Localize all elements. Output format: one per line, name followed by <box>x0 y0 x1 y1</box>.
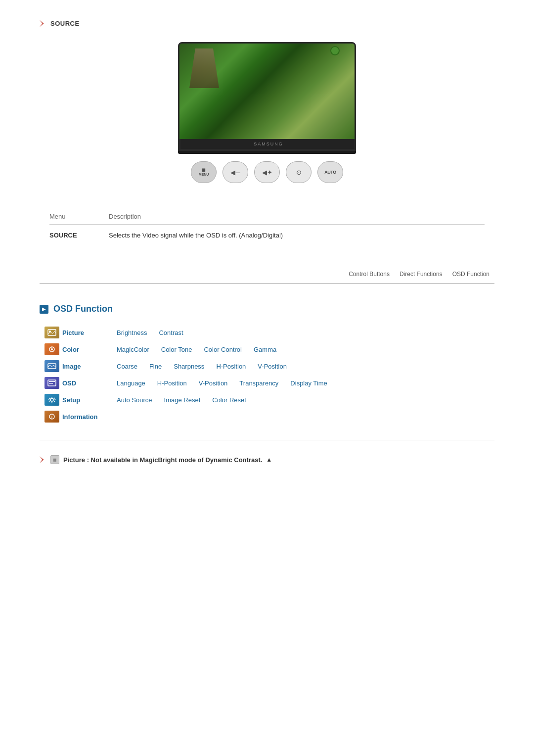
brightness-up-button[interactable]: ◀✦ <box>254 161 280 183</box>
auto-button[interactable]: AUTO <box>317 161 343 183</box>
osd-item-color-tone[interactable]: Color Tone <box>161 346 192 353</box>
osd-row-image: Image Coarse Fine Sharpness H-Position V… <box>44 358 494 375</box>
source-title: SOURCE <box>50 20 80 27</box>
setup-icon <box>44 394 59 406</box>
osd-item-contrast[interactable]: Contrast <box>159 329 183 336</box>
monitor-container: SAMSUNG ▦ MENU ◀─ ◀✦ ⊙ AUTO <box>40 42 494 183</box>
table-header: Menu Description <box>49 213 485 225</box>
tab-osd-function[interactable]: OSD Function <box>452 271 490 280</box>
svg-point-11 <box>50 398 53 401</box>
note-triangle-icon: ▲ <box>266 456 272 463</box>
osd-item-color-control[interactable]: Color Control <box>204 346 242 353</box>
source-table: Menu Description SOURCE Selects the Vide… <box>40 213 494 241</box>
note-img-icon: ▦ <box>50 455 59 464</box>
input-icon: ⊙ <box>296 169 302 176</box>
osd-function-section: OSD Function Picture Brightness Contrast <box>40 304 494 425</box>
tab-direct-functions[interactable]: Direct Functions <box>400 271 443 280</box>
svg-point-5 <box>53 350 54 351</box>
osd-item-language[interactable]: Language <box>117 379 145 387</box>
svg-rect-9 <box>49 381 55 382</box>
control-buttons-row: ▦ MENU ◀─ ◀✦ ⊙ AUTO <box>191 161 343 183</box>
monitor-screen <box>179 44 355 139</box>
osd-category-picture[interactable]: Picture <box>62 329 117 336</box>
brightness-up-icon: ◀✦ <box>262 169 272 176</box>
osd-items-picture: Brightness Contrast <box>117 329 494 336</box>
osd-item-v-position-osd[interactable]: V-Position <box>199 379 228 387</box>
osd-item-brightness[interactable]: Brightness <box>117 329 147 336</box>
osd-item-v-position-image[interactable]: V-Position <box>258 363 287 370</box>
svg-point-3 <box>51 348 53 350</box>
osd-items-setup: Auto Source Image Reset Color Reset <box>117 396 494 404</box>
osd-items-color: MagicColor Color Tone Color Control Gamm… <box>117 346 494 353</box>
picture-icon <box>44 327 59 338</box>
info-icon: i <box>44 411 59 423</box>
nav-tabs: Control Buttons Direct Functions OSD Fun… <box>40 271 494 284</box>
osd-category-information[interactable]: Information <box>62 413 117 421</box>
osd-items-osd: Language H-Position V-Position Transpare… <box>117 379 494 387</box>
image-icon <box>44 360 59 372</box>
brightness-down-icon: ◀─ <box>230 169 240 176</box>
source-header: SOURCE <box>40 20 494 27</box>
osd-row-color: Color MagicColor Color Tone Color Contro… <box>44 341 494 358</box>
source-arrow-icon <box>40 20 46 27</box>
color-icon <box>44 343 59 355</box>
samsung-brand: SAMSUNG <box>254 142 283 146</box>
svg-text:i: i <box>51 416 52 419</box>
osd-category-color[interactable]: Color <box>62 346 117 353</box>
osd-table: Picture Brightness Contrast Color MagicC… <box>44 324 494 425</box>
osd-item-image-reset[interactable]: Image Reset <box>164 396 201 404</box>
brightness-down-button[interactable]: ◀─ <box>222 161 248 183</box>
menu-icon-top: ▦ <box>202 168 206 173</box>
svg-point-4 <box>51 347 52 348</box>
col-header-menu: Menu <box>49 213 109 220</box>
menu-button[interactable]: ▦ MENU <box>191 161 217 183</box>
osd-item-transparency[interactable]: Transparency <box>239 379 278 387</box>
osd-category-osd[interactable]: OSD <box>62 379 117 387</box>
osd-row-picture: Picture Brightness Contrast <box>44 324 494 341</box>
osd-item-h-position-image[interactable]: H-Position <box>216 363 246 370</box>
osd-item-fine[interactable]: Fine <box>149 363 162 370</box>
table-row: SOURCE Selects the Video signal while th… <box>49 230 485 241</box>
monitor-stand <box>178 151 356 154</box>
section-divider <box>40 440 494 440</box>
osd-arrow-icon <box>40 305 48 314</box>
col-header-description: Description <box>109 213 485 220</box>
row-menu-source: SOURCE <box>49 232 109 239</box>
svg-rect-10 <box>49 383 53 384</box>
osd-icon <box>44 377 59 389</box>
svg-rect-0 <box>48 330 56 335</box>
osd-row-information: i Information <box>44 408 494 425</box>
note-text: Picture : Not available in MagicBright m… <box>63 456 262 464</box>
osd-item-h-position-osd[interactable]: H-Position <box>157 379 187 387</box>
monitor-bottom-bar: SAMSUNG <box>179 139 356 150</box>
osd-item-auto-source[interactable]: Auto Source <box>117 396 152 404</box>
osd-items-image: Coarse Fine Sharpness H-Position V-Posit… <box>117 363 494 370</box>
osd-item-sharpness[interactable]: Sharpness <box>174 363 204 370</box>
osd-row-setup: Setup Auto Source Image Reset Color Rese… <box>44 391 494 408</box>
note-arrow-icon <box>40 456 46 463</box>
row-description-source: Selects the Video signal while the OSD i… <box>109 232 485 239</box>
input-button[interactable]: ⊙ <box>286 161 312 183</box>
osd-header: OSD Function <box>40 304 494 314</box>
osd-row-osd: OSD Language H-Position V-Position Trans… <box>44 375 494 391</box>
menu-label: MENU <box>199 173 209 177</box>
osd-category-image[interactable]: Image <box>62 363 117 370</box>
osd-item-color-reset[interactable]: Color Reset <box>212 396 246 404</box>
auto-label: AUTO <box>324 170 336 175</box>
osd-item-magiccolor[interactable]: MagicColor <box>117 346 149 353</box>
svg-point-6 <box>49 350 50 351</box>
osd-category-setup[interactable]: Setup <box>62 396 117 404</box>
osd-title: OSD Function <box>53 304 113 314</box>
monitor-frame: SAMSUNG <box>178 42 356 151</box>
osd-item-display-time[interactable]: Display Time <box>290 379 327 387</box>
osd-item-coarse[interactable]: Coarse <box>117 363 137 370</box>
note-section: ▦ Picture : Not available in MagicBright… <box>40 455 494 464</box>
osd-item-gamma[interactable]: Gamma <box>254 346 276 353</box>
tab-control-buttons[interactable]: Control Buttons <box>349 271 390 280</box>
